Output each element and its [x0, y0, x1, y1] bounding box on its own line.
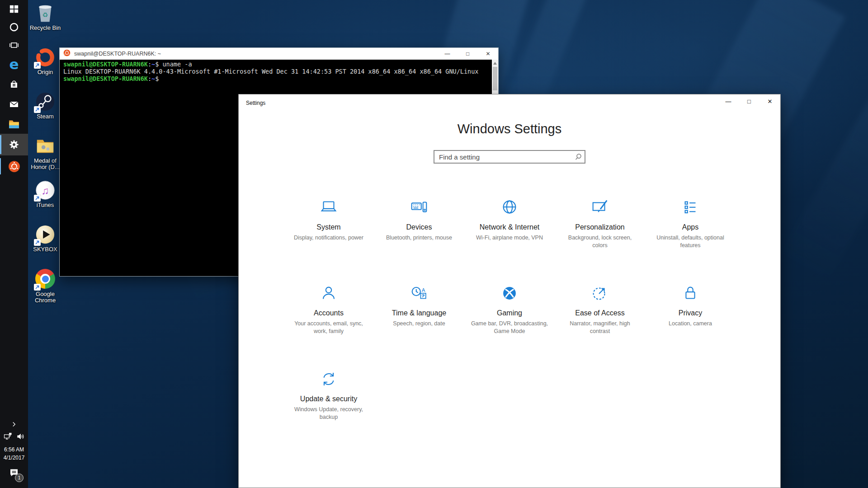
- globe-icon: [499, 197, 520, 218]
- svg-text:♻: ♻: [42, 11, 48, 19]
- mail-button[interactable]: [0, 94, 28, 114]
- settings-minimize-button[interactable]: —: [718, 94, 739, 108]
- desktop-icon-label: Google Chrome: [28, 291, 62, 304]
- task-view-button[interactable]: [0, 36, 28, 54]
- tile-desc: Uninstall, defaults, optional features: [651, 234, 729, 249]
- tile-devices[interactable]: Devices Bluetooth, printers, mouse: [374, 195, 464, 281]
- shortcut-arrow-icon: [34, 239, 41, 246]
- ease-of-access-icon: [590, 283, 610, 304]
- desktop-icon-steam[interactable]: Steam: [28, 91, 62, 120]
- desktop-icon-label: SKYBOX: [28, 246, 62, 253]
- mail-envelope-icon: [9, 99, 19, 109]
- taskbar-settings-button[interactable]: [0, 134, 28, 155]
- svg-text:♫: ♫: [41, 185, 49, 197]
- store-bag-icon: [9, 79, 19, 89]
- terminal-titlebar[interactable]: swapnil@DESKTOP-RUARN6K: ~ — □ ✕: [60, 48, 498, 60]
- svg-text:A: A: [422, 287, 425, 293]
- recycle-bin-icon: ♻: [35, 3, 56, 23]
- tile-label: Accounts: [283, 309, 374, 317]
- tile-privacy[interactable]: Privacy Location, camera: [645, 281, 736, 367]
- tile-label: Personalization: [555, 223, 645, 231]
- desktop-icon-itunes[interactable]: ♫ iTunes: [28, 180, 62, 208]
- person-icon: [318, 283, 339, 304]
- desktop-icon-label: Steam: [28, 113, 62, 120]
- edge-icon: e: [9, 57, 19, 71]
- terminal-close-button[interactable]: ✕: [478, 48, 498, 60]
- shortcut-arrow-icon: [34, 106, 41, 113]
- desktop-icon-label: Origin: [28, 69, 62, 75]
- scroll-up-icon[interactable]: [493, 62, 497, 65]
- tile-system[interactable]: System Display, notifications, power: [283, 195, 374, 281]
- scrollbar-thumb[interactable]: [493, 67, 497, 90]
- tile-apps[interactable]: Apps Uninstall, defaults, optional featu…: [645, 195, 736, 281]
- tile-accounts[interactable]: Accounts Your accounts, email, sync, wor…: [283, 281, 374, 367]
- tile-desc: Game bar, DVR, broadcasting, Game Mode: [471, 320, 548, 335]
- tile-ease-of-access[interactable]: Ease of Access Narrator, magnifier, high…: [555, 281, 645, 367]
- tile-time-language[interactable]: A Time & language Speech, region, date: [374, 281, 464, 367]
- tray-expand-button[interactable]: [0, 420, 28, 428]
- tile-desc: Windows Update, recovery, backup: [290, 406, 368, 421]
- tile-label: Devices: [374, 223, 464, 231]
- tile-label: Ease of Access: [555, 309, 645, 317]
- store-button[interactable]: [0, 74, 28, 94]
- shortcut-arrow-icon: [34, 195, 41, 202]
- tray-clock-time[interactable]: 6:56 AM: [0, 446, 28, 453]
- chrome-icon: [35, 269, 56, 290]
- edge-button[interactable]: e: [0, 54, 28, 74]
- taskbar-ubuntu-button[interactable]: [0, 155, 28, 177]
- desktop-icon-medal-of-honor[interactable]: Medal of Honor (D...: [28, 136, 62, 170]
- game-folder-icon: [35, 136, 56, 156]
- itunes-icon: ♫: [35, 180, 56, 201]
- terminal-maximize-button[interactable]: □: [458, 48, 478, 60]
- origin-icon: [35, 47, 56, 68]
- tile-label: Apps: [645, 223, 736, 231]
- settings-close-button[interactable]: ✕: [760, 94, 780, 108]
- settings-maximize-button[interactable]: □: [739, 94, 760, 108]
- display-pen-icon: [590, 197, 610, 218]
- tray-clock-date[interactable]: 4/1/2017: [0, 455, 28, 461]
- tile-personalization[interactable]: Personalization Background, lock screen,…: [555, 195, 645, 281]
- tile-update-security[interactable]: Update & security Windows Update, recove…: [283, 367, 374, 453]
- tile-gaming[interactable]: Gaming Game bar, DVR, broadcasting, Game…: [464, 281, 555, 367]
- search-input[interactable]: [434, 150, 585, 164]
- tile-network[interactable]: Network & Internet Wi-Fi, airplane mode,…: [464, 195, 555, 281]
- volume-icon[interactable]: [16, 432, 25, 441]
- file-explorer-button[interactable]: [0, 114, 28, 134]
- tile-label: System: [283, 223, 374, 231]
- desktop-icon-skybox[interactable]: SKYBOX: [28, 224, 62, 253]
- skybox-icon: [35, 224, 56, 245]
- clock-language-icon: A: [409, 283, 429, 304]
- tile-desc: Your accounts, email, sync, work, family: [290, 320, 368, 335]
- start-button[interactable]: [0, 0, 28, 18]
- desktop-icon-recycle-bin[interactable]: ♻ Recycle Bin: [28, 3, 62, 31]
- tile-desc: Speech, region, date: [380, 320, 458, 328]
- desktop-icon-origin[interactable]: Origin: [28, 47, 62, 75]
- tile-desc: Background, lock screen, colors: [561, 234, 639, 249]
- tile-label: Privacy: [645, 309, 736, 317]
- desktop-icon-google-chrome[interactable]: Google Chrome: [28, 268, 62, 304]
- tile-label: Update & security: [283, 395, 374, 403]
- settings-titlebar[interactable]: Settings — □ ✕: [239, 94, 780, 112]
- cortana-search-button[interactable]: [0, 18, 28, 36]
- tray-icons: [0, 432, 28, 441]
- desktop-icon-label: Recycle Bin: [28, 25, 62, 31]
- gear-icon: [8, 139, 20, 150]
- tile-desc: Bluetooth, printers, mouse: [380, 234, 458, 242]
- tile-desc: Display, notifications, power: [290, 234, 368, 242]
- ubuntu-icon: [63, 49, 71, 58]
- tile-desc: Narrator, magnifier, high contrast: [561, 320, 639, 335]
- network-icon[interactable]: [3, 432, 12, 441]
- desktop-icon-label: Medal of Honor (D...: [28, 158, 62, 170]
- prompt-path: ~: [151, 75, 155, 82]
- task-view-icon: [9, 40, 19, 51]
- terminal-text: swapnil@DESKTOP-RUARN6K:~$ uname -aLinux…: [63, 61, 488, 82]
- tile-label: Gaming: [464, 309, 555, 317]
- settings-window-title: Settings: [246, 100, 780, 106]
- terminal-minimize-button[interactable]: —: [437, 48, 458, 60]
- tile-label: Network & Internet: [464, 223, 555, 231]
- prompt-user: swapnil@DESKTOP-RUARN6K: [63, 61, 148, 68]
- search-icon: [575, 153, 582, 162]
- terminal-output: Linux DESKTOP-RUARN6K 4.4.0-43-Microsoft…: [63, 68, 478, 75]
- action-center-button[interactable]: [0, 467, 28, 478]
- windows-logo-icon: [9, 4, 19, 14]
